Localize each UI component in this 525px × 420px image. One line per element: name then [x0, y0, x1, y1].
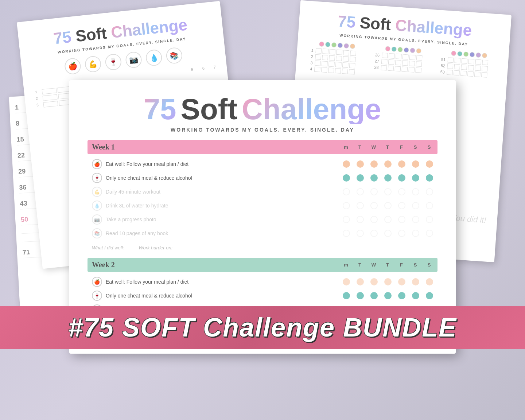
back-left-title-75: 75 — [52, 28, 72, 48]
you-did-it: You did it! — [451, 213, 486, 225]
reflection-right: Work harder on: — [139, 245, 172, 250]
task3-text: Daily 45-minute workout — [106, 189, 339, 195]
back-right-title-challenge: Challenge — [395, 16, 472, 40]
week1-task-6: 📚 Read 10 pages of any book — [88, 226, 438, 240]
dot — [426, 292, 433, 299]
week2-header: Week 2 m T W T F S S — [88, 258, 438, 272]
dot — [384, 216, 392, 223]
dot — [357, 278, 364, 285]
dot — [398, 188, 405, 195]
dot — [426, 188, 433, 195]
dot — [370, 230, 378, 237]
week2-task-2: 🍷 Only one cheat meal & reduce alcohol — [88, 289, 438, 303]
dot — [370, 174, 378, 182]
dot — [343, 278, 350, 285]
dot — [412, 230, 419, 237]
dot — [370, 292, 378, 299]
w2task2-text: Only one cheat meal & reduce alcohol — [106, 293, 339, 299]
task1-dots — [343, 160, 433, 168]
grid-rows-1: 1 2 3 4 — [305, 47, 367, 75]
week1-task-3: 💪 Daily 45-minute workout — [88, 185, 438, 199]
w2task1-dots — [343, 278, 433, 285]
task6-dots — [343, 230, 433, 237]
week2-task-1: 🍎 Eat well: Follow your meal plan / diet — [88, 275, 438, 289]
main-subtitle: WORKING TOWARDS MY GOALS. EVERY. SINGLE.… — [88, 127, 438, 133]
back-right-grid: 1 2 3 4 26 27 28 — [305, 40, 500, 85]
back-right-title-75: 75 — [337, 12, 356, 31]
dot — [426, 202, 433, 209]
icon-water: 💧 — [145, 49, 163, 66]
icon-photo: 📷 — [125, 51, 142, 69]
dot — [370, 278, 378, 285]
week1-task-2: 🍷 Only one cheat meal & reduce alcohol — [88, 171, 438, 185]
dot — [426, 174, 433, 182]
w2task1-icon: 🍎 — [92, 277, 102, 287]
main-title-75: 75 — [144, 95, 176, 124]
week1-header: Week 1 m T W T F S S — [88, 140, 438, 154]
dot — [384, 278, 392, 285]
dot — [398, 216, 405, 223]
dot — [398, 278, 405, 285]
week2-days: m T W T F S S — [343, 262, 433, 268]
task6-icon: 📚 — [92, 228, 102, 238]
dot — [343, 188, 350, 195]
task4-text: Drink 3L of water to hydrate — [106, 203, 339, 209]
task2-icon: 🍷 — [92, 173, 102, 183]
dot — [370, 188, 378, 195]
dot — [343, 174, 350, 182]
back-right-title-soft: Soft — [359, 13, 392, 34]
reflection-left: What I did well: — [92, 245, 124, 250]
back-left-title-soft: Soft — [75, 24, 108, 46]
week1-days: m T W T F S S — [343, 144, 433, 150]
dot — [384, 292, 392, 299]
w2task1-text: Eat well: Follow your meal plan / diet — [106, 279, 339, 285]
w2task2-icon: 🍷 — [92, 291, 102, 301]
main-title-block: 75 Soft Challenge — [88, 95, 438, 124]
dot — [343, 160, 350, 168]
dot — [357, 202, 364, 209]
dot — [412, 278, 419, 285]
main-title-challenge: Challenge — [242, 95, 381, 124]
dot — [384, 188, 392, 195]
task4-dots — [343, 202, 433, 209]
task2-text: Only one cheat meal & reduce alcohol — [106, 175, 339, 181]
dot — [398, 174, 405, 182]
week1-task-4: 💧 Drink 3L of water to hydrate — [88, 199, 438, 213]
dot — [370, 160, 378, 168]
dot — [426, 278, 433, 285]
dot — [412, 202, 419, 209]
main-title-soft: Soft — [181, 95, 238, 124]
dot — [426, 160, 433, 168]
dot — [426, 216, 433, 223]
dot — [343, 202, 350, 209]
dot — [384, 202, 392, 209]
dot — [357, 188, 364, 195]
task2-dots — [343, 174, 433, 182]
dot — [398, 202, 405, 209]
grid-rows-3: 51 52 53 — [438, 57, 499, 78]
dot — [357, 216, 364, 223]
banner-text: #75 SOFT Challenge BUNDLE — [68, 312, 457, 342]
dot — [412, 188, 419, 195]
promo-banner: #75 SOFT Challenge BUNDLE — [0, 306, 525, 349]
dot — [357, 174, 364, 182]
task5-text: Take a progress photo — [106, 217, 339, 222]
icon-alcohol: 🍷 — [105, 53, 122, 71]
week1-task-1: 🍎 Eat well: Follow your meal plan / diet — [88, 157, 438, 171]
dot — [357, 160, 364, 168]
week1-reflection: What I did well: Work harder on: — [88, 242, 438, 253]
grid-col-2: 26 27 28 — [371, 45, 433, 80]
w2task2-dots — [343, 292, 433, 299]
grid-col-1: 1 2 3 4 — [305, 40, 368, 75]
dot — [357, 292, 364, 299]
dot — [398, 292, 405, 299]
task1-icon: 🍎 — [92, 159, 102, 169]
icon-workout: 💪 — [84, 55, 102, 73]
dot — [370, 216, 378, 223]
dot — [384, 160, 392, 168]
dot — [426, 230, 433, 237]
task4-icon: 💧 — [92, 201, 102, 211]
task3-dots — [343, 188, 433, 195]
dot — [343, 216, 350, 223]
dot — [412, 292, 419, 299]
